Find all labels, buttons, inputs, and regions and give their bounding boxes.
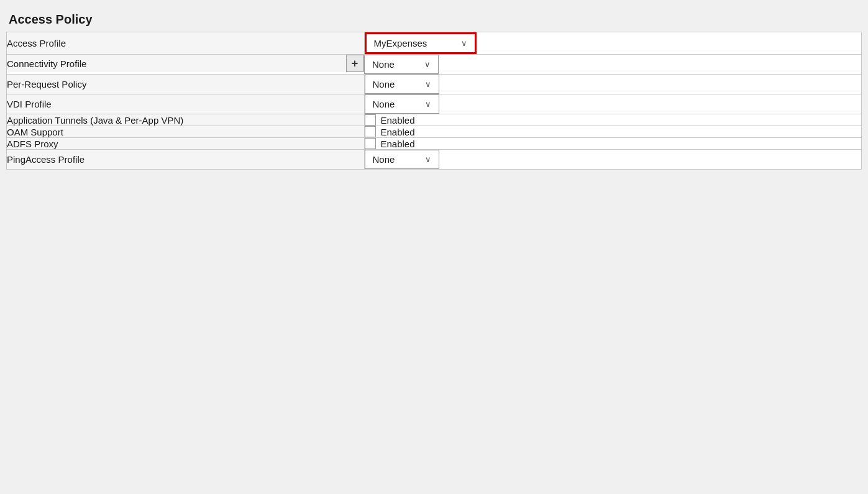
table-row: Application Tunnels (Java & Per-App VPN)… xyxy=(7,114,862,126)
chevron-down-icon: ∨ xyxy=(461,39,467,48)
checkbox-oam-support[interactable] xyxy=(365,126,376,137)
chevron-down-icon: ∨ xyxy=(424,60,431,69)
label-cell-pingaccess-profile: PingAccess Profile xyxy=(7,150,365,170)
checkbox-cell-adfs-proxy: Enabled xyxy=(365,138,862,149)
label-text-per-request-policy: Per-Request Policy xyxy=(7,79,86,89)
label-cell-per-request-policy: Per-Request Policy xyxy=(7,75,365,94)
dropdown-highlighted-access-profile[interactable]: MyExpenses ∨ xyxy=(365,32,477,54)
enabled-label-adfs-proxy: Enabled xyxy=(381,139,415,149)
label-text-oam-support: OAM Support xyxy=(7,127,63,137)
value-cell-access-profile: MyExpenses ∨ xyxy=(364,32,862,55)
label-cell-connectivity-profile: Connectivity Profile + xyxy=(7,55,364,72)
label-cell-access-profile: Access Profile xyxy=(7,32,365,55)
chevron-down-icon: ∨ xyxy=(425,155,431,164)
section-title: Access Policy xyxy=(6,6,862,32)
dropdown-value-access-profile: MyExpenses xyxy=(374,38,456,48)
label-text-access-profile: Access Profile xyxy=(7,38,66,48)
label-text-pingaccess-profile: PingAccess Profile xyxy=(7,154,85,165)
value-cell-pingaccess-profile: None ∨ xyxy=(364,150,862,170)
dropdown-value-pingaccess-profile: None xyxy=(373,154,420,165)
dropdown-connectivity-profile[interactable]: None ∨ xyxy=(364,55,439,74)
page-container: Access Policy Access Profile MyExpenses … xyxy=(0,0,868,494)
dropdown-value-per-request-policy: None xyxy=(373,79,420,89)
checkbox-adfs-proxy[interactable] xyxy=(365,138,376,149)
table-row: VDI Profile None ∨ xyxy=(7,94,862,114)
checkbox-application-tunnels[interactable] xyxy=(365,114,376,126)
enabled-label-oam-support: Enabled xyxy=(381,127,415,137)
table-row: Per-Request Policy None ∨ xyxy=(7,75,862,94)
value-cell-application-tunnels: Enabled xyxy=(364,114,862,126)
enabled-label-application-tunnels: Enabled xyxy=(381,115,415,126)
table-row: OAM Support Enabled xyxy=(7,126,862,138)
table-row: ADFS Proxy Enabled xyxy=(7,138,862,150)
chevron-down-icon: ∨ xyxy=(425,99,431,109)
value-cell-per-request-policy: None ∨ xyxy=(364,75,862,94)
value-cell-connectivity-profile: None ∨ xyxy=(364,55,862,75)
checkbox-cell-application-tunnels: Enabled xyxy=(365,114,862,126)
table-row: Access Profile MyExpenses ∨ xyxy=(7,32,862,55)
dropdown-vdi-profile[interactable]: None ∨ xyxy=(365,94,439,114)
label-cell-application-tunnels: Application Tunnels (Java & Per-App VPN) xyxy=(7,114,365,126)
plus-button-connectivity-profile[interactable]: + xyxy=(346,55,363,72)
value-cell-adfs-proxy: Enabled xyxy=(364,138,862,150)
table-row: PingAccess Profile None ∨ xyxy=(7,150,862,170)
dropdown-value-vdi-profile: None xyxy=(373,99,420,109)
label-text-vdi-profile: VDI Profile xyxy=(7,99,52,109)
dropdown-value-connectivity-profile: None xyxy=(372,59,419,70)
label-cell-oam-support: OAM Support xyxy=(7,126,365,138)
chevron-down-icon: ∨ xyxy=(425,80,431,89)
label-text-connectivity-profile: Connectivity Profile xyxy=(7,58,346,69)
policy-table: Access Profile MyExpenses ∨ Connectivity… xyxy=(6,32,862,170)
label-text-adfs-proxy: ADFS Proxy xyxy=(7,139,58,149)
dropdown-pingaccess-profile[interactable]: None ∨ xyxy=(365,150,439,169)
value-cell-vdi-profile: None ∨ xyxy=(364,94,862,114)
value-cell-oam-support: Enabled xyxy=(364,126,862,138)
label-cell-vdi-profile: VDI Profile xyxy=(7,94,365,114)
label-text-application-tunnels: Application Tunnels (Java & Per-App VPN) xyxy=(7,115,183,126)
label-cell-adfs-proxy: ADFS Proxy xyxy=(7,138,365,150)
table-row: Connectivity Profile + None ∨ xyxy=(7,55,862,75)
checkbox-cell-oam-support: Enabled xyxy=(365,126,862,137)
dropdown-per-request-policy[interactable]: None ∨ xyxy=(365,75,439,94)
